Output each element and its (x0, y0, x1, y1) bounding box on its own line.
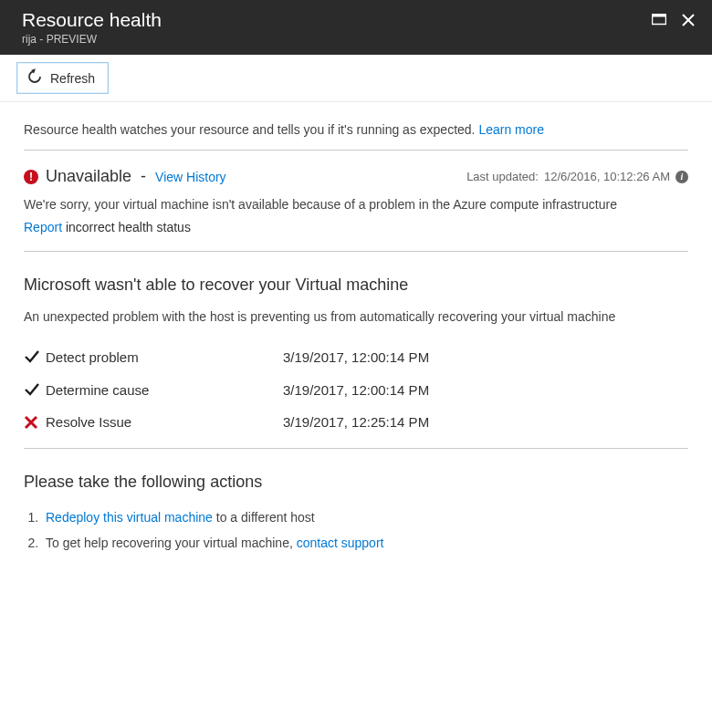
restore-window-icon[interactable] (652, 14, 666, 29)
actions-title: Please take the following actions (24, 473, 688, 492)
report-link[interactable]: Report (24, 220, 62, 234)
step-timestamp: 3/19/2017, 12:25:14 PM (283, 414, 429, 430)
recovery-description: An unexpected problem with the host is p… (24, 307, 688, 327)
action-link[interactable]: contact support (297, 536, 384, 550)
info-icon[interactable]: i (675, 171, 688, 183)
action-item: To get help recovering your virtual mach… (42, 530, 688, 556)
check-icon (24, 348, 46, 365)
recovery-step: Resolve Issue3/19/2017, 12:25:14 PM (24, 414, 688, 430)
learn-more-link[interactable]: Learn more (478, 122, 544, 137)
recovery-step: Detect problem3/19/2017, 12:00:14 PM (24, 348, 688, 365)
step-timestamp: 3/19/2017, 12:00:14 PM (283, 349, 429, 365)
step-timestamp: 3/19/2017, 12:00:14 PM (283, 382, 429, 398)
action-link[interactable]: Redeploy this virtual machine (46, 510, 213, 525)
step-label: Detect problem (46, 349, 283, 365)
status-description: We're sorry, your virtual machine isn't … (24, 195, 688, 214)
alert-icon: ! (24, 170, 38, 184)
action-item: Redeploy this virtual machine to a diffe… (42, 504, 688, 530)
close-icon[interactable] (681, 13, 696, 30)
check-icon (24, 381, 46, 398)
status-state: Unavailable (46, 167, 131, 186)
page-subtitle: rija - PREVIEW (22, 33, 162, 46)
intro-text: Resource health watches your resource an… (24, 117, 688, 150)
refresh-label: Refresh (50, 71, 95, 86)
step-label: Determine cause (46, 382, 283, 398)
cross-icon (24, 415, 46, 430)
page-title: Resource health (22, 9, 162, 31)
last-updated-label: Last updated: (466, 170, 539, 183)
step-label: Resolve Issue (46, 414, 283, 430)
report-line: Report incorrect health status (24, 220, 688, 234)
recovery-step: Determine cause3/19/2017, 12:00:14 PM (24, 381, 688, 398)
svg-rect-1 (653, 15, 666, 17)
recovery-title: Microsoft wasn't able to recover your Vi… (24, 276, 688, 295)
last-updated-value: 12/6/2016, 10:12:26 AM (544, 170, 670, 183)
blade-header: Resource health rija - PREVIEW (0, 0, 712, 55)
view-history-link[interactable]: View History (155, 170, 226, 184)
refresh-icon (26, 68, 43, 88)
toolbar: Refresh (0, 55, 712, 102)
refresh-button[interactable]: Refresh (16, 62, 109, 94)
